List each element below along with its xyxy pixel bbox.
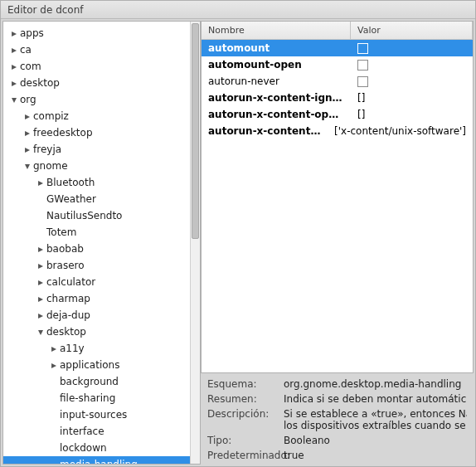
chevron-right-icon[interactable]: ▸ <box>8 61 20 72</box>
tree-node-deja-dup[interactable]: ▸deja-dup <box>3 307 200 323</box>
schema-value: org.gnome.desktop.media-handling <box>284 378 467 390</box>
tree-node-gnome[interactable]: ▾gnome <box>3 158 200 174</box>
chevron-right-icon[interactable]: ▸ <box>8 44 20 56</box>
tree-label: input-sources <box>60 409 132 421</box>
dconf-editor-window: Editor de dconf ▸apps▸ca▸com▸desktop▾org… <box>0 0 476 467</box>
tree-label: GWeather <box>46 193 101 205</box>
table-row[interactable]: automount-open <box>202 56 473 73</box>
tree-node-lockdown[interactable]: lockdown <box>3 440 200 456</box>
key-value[interactable] <box>351 76 473 87</box>
tree-label: desktop <box>46 326 91 338</box>
tree-label: interface <box>60 426 109 437</box>
tree-label: lockdown <box>60 442 112 454</box>
tree-label: NautilusSendto <box>46 210 127 221</box>
tree-node-ca[interactable]: ▸ca <box>3 41 200 58</box>
description-value: Si se establece a «true», entonces Nauti… <box>284 408 467 431</box>
keys-table: Nombre Valor automountautomount-openauto… <box>201 21 474 373</box>
chevron-down-icon[interactable]: ▾ <box>8 94 20 105</box>
table-row[interactable]: autorun-x-content-open-folder[] <box>202 106 473 123</box>
schema-tree-pane[interactable]: ▸apps▸ca▸com▸desktop▾org▸compiz▸freedesk… <box>2 21 201 465</box>
tree-label: freyja <box>33 144 66 155</box>
column-value[interactable]: Valor <box>351 22 473 39</box>
schema-label: Esquema: <box>207 378 284 390</box>
chevron-right-icon[interactable]: ▸ <box>8 27 20 39</box>
type-value: Booleano <box>284 435 467 446</box>
chevron-right-icon[interactable]: ▸ <box>35 293 46 304</box>
tree-node-totem[interactable]: Totem <box>3 224 200 241</box>
table-row[interactable]: automount <box>202 40 473 56</box>
key-name: automount <box>202 42 351 54</box>
window-body: ▸apps▸ca▸com▸desktop▾org▸compiz▸freedesk… <box>1 19 475 466</box>
tree-label: Bluetooth <box>46 177 100 188</box>
tree-node-apps[interactable]: ▸apps <box>3 25 200 41</box>
tree-scrollbar-thumb[interactable] <box>192 23 199 239</box>
tree-label: charmap <box>46 293 95 304</box>
tree-node-nautilussendto[interactable]: NautilusSendto <box>3 207 200 224</box>
chevron-down-icon[interactable]: ▾ <box>35 326 46 338</box>
chevron-right-icon[interactable]: ▸ <box>35 177 46 188</box>
tree-node-file-sharing[interactable]: file-sharing <box>3 390 200 406</box>
checkbox[interactable] <box>357 43 368 54</box>
checkbox[interactable] <box>357 76 368 87</box>
tree-node-gweather[interactable]: GWeather <box>3 191 200 207</box>
chevron-down-icon[interactable]: ▾ <box>22 160 33 172</box>
key-name: autorun-x-content-ignore <box>202 92 351 104</box>
table-row[interactable]: autorun-never <box>202 73 473 90</box>
key-name: automount-open <box>202 59 351 71</box>
tree-node-interface[interactable]: interface <box>3 423 200 440</box>
tree-node-freedesktop[interactable]: ▸freedesktop <box>3 124 200 141</box>
tree-node-calculator[interactable]: ▸calculator <box>3 274 200 290</box>
tree-node-freyja[interactable]: ▸freyja <box>3 141 200 158</box>
checkbox[interactable] <box>357 60 368 71</box>
chevron-right-icon[interactable]: ▸ <box>22 144 33 155</box>
description-label: Descripción: <box>207 408 284 431</box>
default-label: Predeterminado: <box>207 450 284 461</box>
tree-scrollbar[interactable] <box>190 22 200 464</box>
table-row[interactable]: autorun-x-content-start-app['x-content/u… <box>202 123 473 139</box>
tree-node-background[interactable]: background <box>3 373 200 390</box>
chevron-right-icon[interactable]: ▸ <box>35 276 46 288</box>
column-name[interactable]: Nombre <box>202 22 351 39</box>
key-value[interactable]: ['x-content/unix-software'] <box>328 125 473 137</box>
chevron-right-icon[interactable]: ▸ <box>48 359 60 371</box>
tree-node-bluetooth[interactable]: ▸Bluetooth <box>3 174 200 191</box>
tree-label: desktop <box>20 77 65 89</box>
tree-label: brasero <box>46 260 90 271</box>
tree-node-baobab[interactable]: ▸baobab <box>3 241 200 257</box>
tree-node-com[interactable]: ▸com <box>3 58 200 75</box>
tree-node-desktop[interactable]: ▸desktop <box>3 75 200 91</box>
chevron-right-icon[interactable]: ▸ <box>35 309 46 321</box>
key-details: Esquema: org.gnome.desktop.media-handlin… <box>201 373 474 465</box>
table-body: automountautomount-openautorun-neverauto… <box>202 40 473 372</box>
chevron-right-icon[interactable]: ▸ <box>35 243 46 255</box>
key-value[interactable]: [] <box>351 92 473 104</box>
tree-label: background <box>60 376 124 387</box>
right-pane: Nombre Valor automountautomount-openauto… <box>201 21 474 465</box>
key-value[interactable] <box>351 43 473 54</box>
tree-node-brasero[interactable]: ▸brasero <box>3 257 200 274</box>
tree-label: ca <box>20 44 36 56</box>
chevron-right-icon[interactable]: ▸ <box>22 110 33 122</box>
tree-node-org[interactable]: ▾org <box>3 91 200 108</box>
tree-node-a11y[interactable]: ▸a11y <box>3 340 200 357</box>
tree-node-media-handling[interactable]: media-handling <box>3 456 200 465</box>
tree-node-compiz[interactable]: ▸compiz <box>3 108 200 124</box>
titlebar[interactable]: Editor de dconf <box>1 1 475 19</box>
tree-node-applications[interactable]: ▸applications <box>3 357 200 373</box>
chevron-right-icon[interactable]: ▸ <box>8 77 20 89</box>
default-value: true <box>284 450 467 461</box>
tree-label: compiz <box>33 110 74 122</box>
tree-label: applications <box>60 359 124 371</box>
tree-node-input-sources[interactable]: input-sources <box>3 406 200 423</box>
key-value[interactable]: [] <box>351 109 473 120</box>
tree-label: a11y <box>60 343 90 354</box>
key-value[interactable] <box>351 60 473 71</box>
chevron-right-icon[interactable]: ▸ <box>35 260 46 271</box>
tree-label: Totem <box>46 226 81 238</box>
chevron-right-icon[interactable]: ▸ <box>48 343 60 354</box>
tree-node-charmap[interactable]: ▸charmap <box>3 290 200 307</box>
tree-node-desktop[interactable]: ▾desktop <box>3 323 200 340</box>
chevron-right-icon[interactable]: ▸ <box>22 127 33 139</box>
table-row[interactable]: autorun-x-content-ignore[] <box>202 90 473 106</box>
tree-label: com <box>20 61 46 72</box>
